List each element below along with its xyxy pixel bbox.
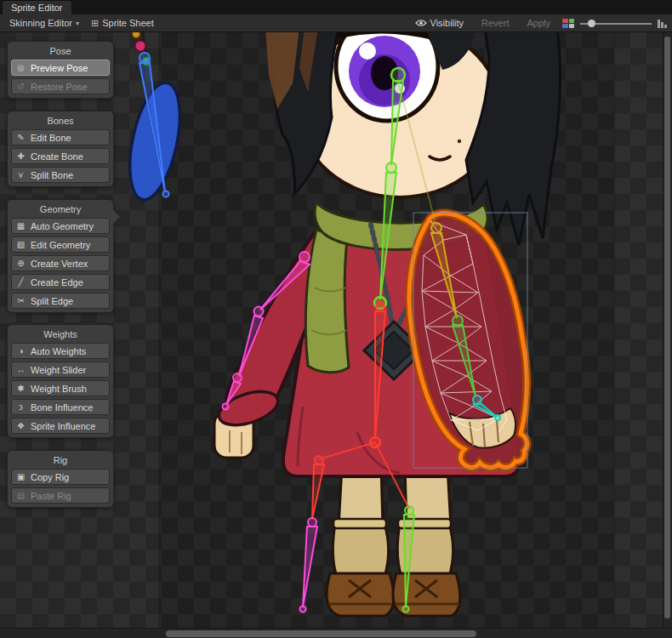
bone-influence-icon: ϶ bbox=[15, 402, 26, 412]
sprite-sheet-dropdown[interactable]: ⊞ Sprite Sheet bbox=[85, 16, 160, 31]
split-edge-button[interactable]: ✂ Split Edge bbox=[11, 293, 110, 309]
paste-rig-icon: ▤ bbox=[15, 491, 26, 500]
copy-rig-button[interactable]: ▣ Copy Rig bbox=[11, 469, 110, 485]
auto-geometry-button[interactable]: ▦ Auto Geometry bbox=[11, 218, 110, 234]
copy-rig-label: Copy Rig bbox=[31, 472, 69, 482]
sprite-sheet-label: Sprite Sheet bbox=[102, 18, 154, 28]
sprite-influence-icon: ❖ bbox=[15, 421, 26, 430]
create-edge-button[interactable]: ╱ Create Edge bbox=[11, 274, 110, 290]
split-bone-label: Split Bone bbox=[31, 170, 73, 180]
weight-slider-icon: ↔ bbox=[15, 365, 26, 374]
sprite-influence-button[interactable]: ❖ Sprite Influence bbox=[11, 418, 110, 434]
zoom-slider-knob[interactable] bbox=[588, 20, 595, 27]
weight-brush-icon: ✱ bbox=[15, 384, 26, 393]
panel-geometry-title: Geometry bbox=[10, 203, 111, 218]
eye-icon bbox=[415, 19, 427, 27]
rgb-alpha-toggle-icon[interactable] bbox=[562, 19, 574, 28]
tab-sprite-editor[interactable]: Sprite Editor bbox=[2, 0, 72, 14]
auto-weights-label: Auto Weights bbox=[31, 346, 86, 356]
edit-geometry-button[interactable]: ▧ Edit Geometry bbox=[11, 236, 110, 253]
vertical-scrollbar[interactable] bbox=[663, 32, 672, 628]
create-bone-label: Create Bone bbox=[31, 151, 83, 162]
split-bone-icon: ⋎ bbox=[15, 170, 26, 179]
restore-pose-icon: ↺ bbox=[15, 82, 26, 91]
skinning-editor-dropdown[interactable]: Skinning Editor ▾ bbox=[3, 16, 85, 31]
weight-brush-label: Weight Brush bbox=[31, 384, 87, 394]
nose bbox=[458, 140, 461, 143]
auto-geometry-icon: ▦ bbox=[15, 221, 26, 231]
create-bone-button[interactable]: ✚ Create Bone bbox=[11, 148, 110, 164]
skinning-canvas[interactable]: Pose ◎ Preview Pose ↺ Restore Pose Bones… bbox=[0, 32, 672, 628]
character-legs bbox=[327, 466, 460, 616]
weight-slider-button[interactable]: ↔ Weight Slider bbox=[11, 362, 110, 378]
visibility-label: Visibility bbox=[430, 18, 464, 28]
split-edge-icon: ✂ bbox=[15, 296, 26, 305]
split-edge-label: Split Edge bbox=[31, 296, 73, 306]
edit-geometry-icon: ▧ bbox=[15, 240, 26, 249]
panel-rig-title: Rig bbox=[10, 454, 111, 469]
toolbar-right-group: Visibility Revert Apply bbox=[409, 16, 669, 31]
apply-button[interactable]: Apply bbox=[521, 16, 556, 31]
create-edge-icon: ╱ bbox=[15, 277, 26, 287]
chevron-down-icon: ▾ bbox=[76, 20, 79, 27]
sprite-influence-label: Sprite Influence bbox=[31, 421, 95, 431]
bone-influence-button[interactable]: ϶ Bone Influence bbox=[11, 399, 110, 415]
edit-bone-button[interactable]: ✎ Edit Bone bbox=[11, 129, 110, 145]
sprite-sheet-icon: ⊞ bbox=[91, 18, 99, 29]
visibility-button[interactable]: Visibility bbox=[409, 16, 470, 31]
create-edge-label: Create Edge bbox=[31, 277, 83, 288]
restore-pose-button[interactable]: ↺ Restore Pose bbox=[11, 78, 110, 94]
auto-geometry-label: Auto Geometry bbox=[31, 221, 94, 231]
weight-slider-label: Weight Slider bbox=[31, 365, 86, 375]
edit-bone-label: Edit Bone bbox=[31, 133, 71, 143]
vertical-scrollbar-thumb[interactable] bbox=[664, 37, 670, 618]
bone-left-leg[interactable] bbox=[300, 518, 318, 612]
skinning-editor-label: Skinning Editor bbox=[9, 18, 72, 28]
create-bone-icon: ✚ bbox=[15, 151, 26, 161]
paste-rig-label: Paste Rig bbox=[31, 491, 71, 501]
restore-pose-label: Restore Pose bbox=[31, 82, 88, 92]
toolbar: Skinning Editor ▾ ⊞ Sprite Sheet Visibil… bbox=[0, 14, 672, 32]
panel-pose: Pose ◎ Preview Pose ↺ Restore Pose bbox=[7, 41, 114, 99]
edit-bone-icon: ✎ bbox=[15, 133, 26, 142]
preview-pose-button[interactable]: ◎ Preview Pose bbox=[11, 60, 110, 76]
paste-rig-button[interactable]: ▤ Paste Rig bbox=[11, 487, 110, 504]
sprite-editor-window: Sprite Editor Skinning Editor ▾ ⊞ Sprite… bbox=[0, 0, 672, 638]
edit-geometry-label: Edit Geometry bbox=[31, 240, 90, 250]
panel-weights-title: Weights bbox=[10, 328, 111, 343]
panel-bones-title: Bones bbox=[10, 115, 111, 129]
mipmap-slider-icon[interactable] bbox=[658, 19, 667, 28]
split-bone-button[interactable]: ⋎ Split Bone bbox=[11, 167, 110, 183]
revert-button[interactable]: Revert bbox=[476, 16, 515, 31]
tab-bar: Sprite Editor bbox=[0, 0, 672, 14]
create-vertex-icon: ⊕ bbox=[15, 259, 26, 268]
panel-pose-title: Pose bbox=[10, 45, 111, 60]
create-vertex-label: Create Vertex bbox=[31, 259, 88, 269]
panel-weights: Weights ◑ Auto Weights ↔ Weight Slider ✱… bbox=[7, 324, 114, 438]
auto-weights-icon: ◑ bbox=[15, 346, 26, 356]
zoom-slider[interactable] bbox=[580, 18, 652, 29]
panel-rig: Rig ▣ Copy Rig ▤ Paste Rig bbox=[7, 450, 114, 508]
preview-pose-icon: ◎ bbox=[15, 63, 26, 72]
preview-pose-label: Preview Pose bbox=[31, 63, 88, 73]
horizontal-scrollbar[interactable] bbox=[0, 628, 672, 638]
panel-bones: Bones ✎ Edit Bone ✚ Create Bone ⋎ Split … bbox=[7, 111, 114, 187]
panel-geometry: Geometry ▦ Auto Geometry ▧ Edit Geometry… bbox=[7, 199, 114, 313]
left-eye bbox=[336, 32, 438, 121]
horizontal-scrollbar-thumb[interactable] bbox=[166, 630, 476, 637]
bone-influence-label: Bone Influence bbox=[31, 402, 93, 413]
weight-brush-button[interactable]: ✱ Weight Brush bbox=[11, 380, 110, 396]
character-sprite bbox=[214, 32, 561, 616]
copy-rig-icon: ▣ bbox=[15, 472, 26, 481]
create-vertex-button[interactable]: ⊕ Create Vertex bbox=[11, 255, 110, 271]
auto-weights-button[interactable]: ◑ Auto Weights bbox=[11, 343, 110, 359]
